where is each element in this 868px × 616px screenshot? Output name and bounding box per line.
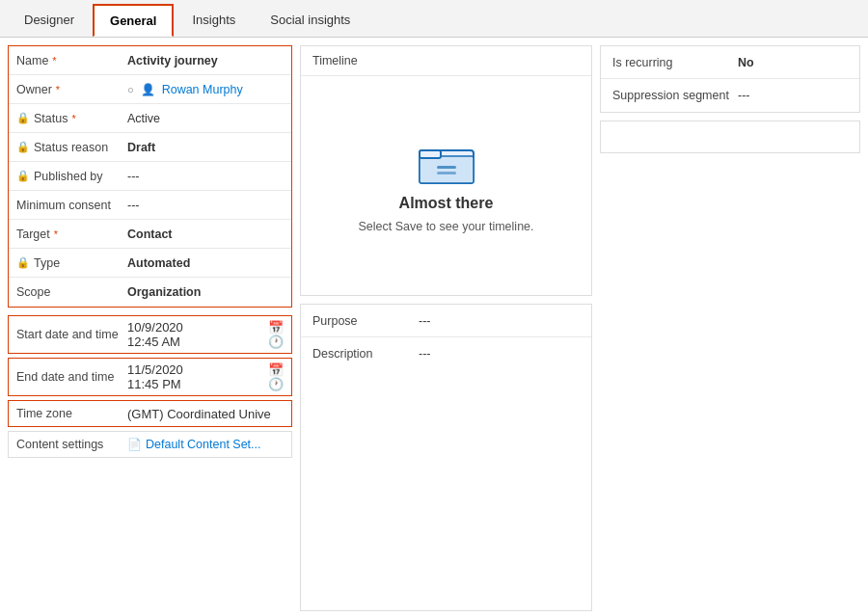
status-reason-label-text: Status reason xyxy=(34,141,108,154)
start-time-icon[interactable]: 🕐 xyxy=(268,335,284,349)
right-panel: Is recurring No Suppression segment --- xyxy=(600,45,860,611)
start-date-values: 10/9/2020 📅 12:45 AM 🕐 xyxy=(127,320,284,349)
scope-label: Scope xyxy=(16,285,127,299)
timezone-label: Time zone xyxy=(16,407,127,420)
owner-label: Owner * xyxy=(16,83,127,96)
min-consent-label-text: Minimum consent xyxy=(16,199,111,212)
start-date-section: Start date and time 10/9/2020 📅 12:45 AM… xyxy=(8,315,292,354)
end-calendar-icon[interactable]: 📅 xyxy=(268,362,284,377)
tab-social-insights[interactable]: Social insights xyxy=(254,4,366,37)
content-settings-row: Content settings 📄 Default Content Set..… xyxy=(9,432,291,457)
timeline-subtext: Select Save to see your timeline. xyxy=(358,220,533,233)
end-time-line: 11:45 PM 🕐 xyxy=(127,377,284,391)
start-date-label: Start date and time xyxy=(16,328,127,341)
tab-bar: Designer General Insights Social insight… xyxy=(0,0,868,38)
name-row: Name * Activity journey xyxy=(9,46,291,75)
end-time-value[interactable]: 11:45 PM xyxy=(127,377,181,391)
svg-rect-2 xyxy=(420,150,441,158)
published-by-label: 🔒 Published by xyxy=(16,170,127,183)
owner-label-text: Owner xyxy=(16,83,52,96)
type-label: 🔒 Type xyxy=(16,256,127,270)
start-date-value[interactable]: 10/9/2020 xyxy=(127,320,183,335)
content-settings-icon: 📄 xyxy=(127,438,142,451)
end-date-line: 11/5/2020 📅 xyxy=(127,362,284,377)
tab-general[interactable]: General xyxy=(93,4,174,37)
name-label: Name * xyxy=(16,54,127,67)
name-value[interactable]: Activity journey xyxy=(127,54,284,67)
status-reason-value[interactable]: Draft xyxy=(127,141,284,154)
right-empty-box xyxy=(600,121,860,153)
target-required: * xyxy=(54,228,58,240)
tab-insights[interactable]: Insights xyxy=(176,4,252,37)
name-label-text: Name xyxy=(16,54,48,67)
owner-row: Owner * ○ 👤 Rowan Murphy xyxy=(9,75,291,104)
content-settings-label: Content settings xyxy=(16,438,127,451)
start-date-line: 10/9/2020 📅 xyxy=(127,320,284,335)
description-value[interactable]: --- xyxy=(419,347,431,361)
end-date-value[interactable]: 11/5/2020 xyxy=(127,362,183,377)
owner-value[interactable]: ○ 👤 Rowan Murphy xyxy=(127,83,284,96)
timezone-row: Time zone (GMT) Coordinated Unive xyxy=(9,401,291,426)
right-top-box: Is recurring No Suppression segment --- xyxy=(600,45,860,113)
timezone-section: Time zone (GMT) Coordinated Unive xyxy=(8,400,292,427)
status-reason-row: 🔒 Status reason Draft xyxy=(9,133,291,162)
suppression-value[interactable]: --- xyxy=(738,89,750,102)
type-value[interactable]: Automated xyxy=(127,256,284,270)
status-reason-lock-icon: 🔒 xyxy=(16,141,30,153)
main-content: Name * Activity journey Owner * ○ 👤 Rowa… xyxy=(0,38,868,616)
end-date-values: 11/5/2020 📅 11:45 PM 🕐 xyxy=(127,362,284,391)
is-recurring-label: Is recurring xyxy=(612,56,738,69)
svg-rect-1 xyxy=(420,156,474,183)
type-lock-icon: 🔒 xyxy=(16,256,30,269)
status-row: 🔒 Status * Active xyxy=(9,104,291,133)
top-form-section: Name * Activity journey Owner * ○ 👤 Rowa… xyxy=(8,45,292,308)
scope-row: Scope Organization xyxy=(9,278,291,307)
purpose-label: Purpose xyxy=(312,314,419,328)
purpose-row: Purpose --- xyxy=(301,305,591,337)
start-date-row: Start date and time 10/9/2020 📅 12:45 AM… xyxy=(9,316,291,353)
target-label-text: Target xyxy=(16,228,50,241)
end-date-label: End date and time xyxy=(16,370,127,384)
status-label: 🔒 Status * xyxy=(16,112,127,125)
status-lock-icon: 🔒 xyxy=(16,112,30,124)
purpose-value[interactable]: --- xyxy=(419,314,431,328)
target-value[interactable]: Contact xyxy=(127,228,284,241)
content-settings-value[interactable]: Default Content Set... xyxy=(146,438,261,451)
is-recurring-value[interactable]: No xyxy=(738,56,754,69)
scope-value[interactable]: Organization xyxy=(127,285,284,299)
min-consent-label: Minimum consent xyxy=(16,199,127,212)
description-row: Description --- xyxy=(301,337,591,370)
left-panel: Name * Activity journey Owner * ○ 👤 Rowa… xyxy=(8,45,292,611)
end-date-section: End date and time 11/5/2020 📅 11:45 PM 🕐 xyxy=(8,358,292,396)
target-label: Target * xyxy=(16,228,127,241)
owner-circle-icon: ○ xyxy=(127,84,134,95)
timeline-label: Timeline xyxy=(301,46,591,76)
scope-label-text: Scope xyxy=(16,285,50,299)
start-calendar-icon[interactable]: 📅 xyxy=(268,320,284,335)
status-label-text: Status xyxy=(34,112,68,125)
type-label-text: Type xyxy=(34,256,60,270)
svg-rect-3 xyxy=(437,166,456,169)
suppression-label: Suppression segment xyxy=(612,89,738,102)
status-reason-label: 🔒 Status reason xyxy=(16,141,127,154)
tab-designer[interactable]: Designer xyxy=(8,4,91,37)
status-value[interactable]: Active xyxy=(127,112,284,125)
target-row: Target * Contact xyxy=(9,220,291,249)
end-time-icon[interactable]: 🕐 xyxy=(268,377,284,391)
purpose-box: Purpose --- Description --- xyxy=(300,304,592,611)
type-row: 🔒 Type Automated xyxy=(9,249,291,278)
is-recurring-row: Is recurring No xyxy=(601,46,859,79)
date-section: Start date and time 10/9/2020 📅 12:45 AM… xyxy=(8,315,292,458)
min-consent-value: --- xyxy=(127,199,284,212)
start-time-value[interactable]: 12:45 AM xyxy=(127,335,180,349)
published-by-row: 🔒 Published by --- xyxy=(9,162,291,191)
end-date-row: End date and time 11/5/2020 📅 11:45 PM 🕐 xyxy=(9,359,291,395)
published-lock-icon: 🔒 xyxy=(16,170,30,182)
timezone-value[interactable]: (GMT) Coordinated Unive xyxy=(127,407,271,421)
svg-rect-4 xyxy=(437,172,456,174)
published-by-label-text: Published by xyxy=(34,170,103,183)
suppression-row: Suppression segment --- xyxy=(601,79,859,112)
min-consent-row: Minimum consent --- xyxy=(9,191,291,220)
timeline-content: Almost there Select Save to see your tim… xyxy=(301,76,591,295)
description-label: Description xyxy=(312,347,419,361)
